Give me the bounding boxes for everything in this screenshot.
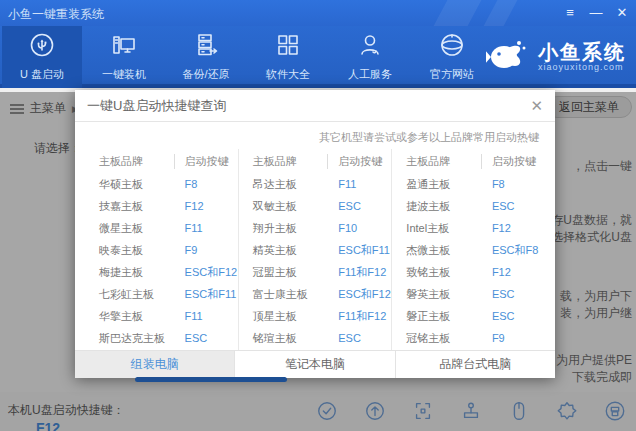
table-row: 梅捷主板ESC和F12 [85, 261, 238, 283]
brand-cell: 精英主板 [239, 243, 328, 258]
brand-name: 小鱼系统 [538, 41, 626, 63]
brand-cell: 翔升主板 [239, 221, 328, 236]
app-title: 小鱼一键重装系统 [8, 6, 104, 23]
boot-key-cell[interactable]: F12 [174, 200, 238, 212]
boot-key-cell[interactable]: ESC [481, 310, 545, 322]
brand-cell: 斯巴达克主板 [85, 331, 174, 346]
toolbar-item-label: 一键装机 [102, 67, 146, 82]
boot-key-cell[interactable]: ESC和F12 [327, 287, 391, 302]
boot-key-cell[interactable]: ESC和F11 [327, 243, 391, 258]
table-row: 双敏主板ESC [239, 195, 392, 217]
titlebar: 小鱼一键重装系统 ≡ — ✕ [0, 0, 636, 26]
brand-cell: 捷波主板 [392, 199, 481, 214]
boot-key-cell[interactable]: F12 [481, 222, 545, 234]
brand-cell: 铭瑄主板 [239, 331, 328, 346]
table-row: 冠盟主板F11和F12 [239, 261, 392, 283]
titlebar-decor-stripe [478, 0, 521, 26]
brand-cell: Intel主板 [392, 221, 481, 236]
brand-cell: 致铭主板 [392, 265, 481, 280]
table-row: 映泰主板F9 [85, 239, 238, 261]
table-row: 翔升主板F10 [239, 217, 392, 239]
toolbar-item-website[interactable]: 官方网站 [412, 26, 492, 88]
table-row: 技嘉主板F12 [85, 195, 238, 217]
col-header-brand: 主板品牌 [85, 154, 174, 169]
tab-laptop[interactable]: 笔记本电脑 [234, 351, 394, 378]
window-controls: ≡ — ✕ [562, 0, 630, 26]
table-row: 杰微主板ESC和F8 [392, 239, 545, 261]
table-row: 顶星主板F11和F12 [239, 305, 392, 327]
brand-cell: 双敏主板 [239, 199, 328, 214]
toolbar-item-label: U 盘启动 [20, 67, 64, 82]
table-row: 斯巴达克主板ESC [85, 327, 238, 349]
dialog-tabs: 组装电脑笔记本电脑品牌台式电脑 [75, 350, 555, 378]
boot-key-cell[interactable]: F8 [481, 178, 545, 190]
table-row: 盈通主板F8 [392, 173, 545, 195]
toolbar-item-pc[interactable]: 一键装机 [84, 26, 164, 88]
boot-key-cell[interactable]: F10 [327, 222, 391, 234]
usb-icon [29, 32, 55, 62]
close-icon[interactable]: ✕ [614, 5, 630, 21]
toolbar-items: U 盘启动一键装机备份/还原软件大全人工服务官方网站 [0, 26, 492, 84]
brand-cell: 盈通主板 [392, 177, 481, 192]
backup-icon [193, 32, 219, 62]
brand-cell: 梅捷主板 [85, 265, 174, 280]
fish-logo-icon [486, 35, 530, 79]
table-row: 昂达主板F11 [239, 173, 392, 195]
brand-cell: 华硕主板 [85, 177, 174, 192]
tab-assembled-pc[interactable]: 组装电脑 [75, 351, 234, 378]
table-row: 华硕主板F8 [85, 173, 238, 195]
boot-key-cell[interactable]: F11 [174, 222, 238, 234]
boot-key-cell[interactable]: F9 [174, 244, 238, 256]
table-row: 铭瑄主板ESC [239, 327, 392, 349]
brand-cell: 顶星主板 [239, 309, 328, 324]
col-header-key: 启动按键 [327, 154, 391, 169]
toolbar-item-apps[interactable]: 软件大全 [248, 26, 328, 88]
toolbar-item-label: 官方网站 [430, 67, 474, 82]
dialog-close-icon[interactable]: ✕ [530, 98, 543, 113]
boot-key-cell[interactable]: F11 [174, 310, 238, 322]
toolbar-item-service[interactable]: 人工服务 [330, 26, 410, 88]
brand-cell: 富士康主板 [239, 287, 328, 302]
minimize-icon[interactable]: — [588, 5, 604, 21]
brand-cell: 磐正主板 [392, 309, 481, 324]
table-header-row: 主板品牌启动按键 [85, 149, 238, 173]
table-row: Intel主板F12 [392, 217, 545, 239]
col-header-brand: 主板品牌 [239, 154, 328, 169]
table-row: 冠铭主板F9 [392, 327, 545, 349]
menu-icon[interactable]: ≡ [562, 5, 578, 21]
boot-key-cell[interactable]: ESC [174, 332, 238, 344]
boot-key-cell[interactable]: ESC和F12 [174, 265, 238, 280]
boot-key-cell[interactable]: ESC [327, 332, 391, 344]
hotkey-column-group: 主板品牌启动按键盈通主板F8捷波主板ESCIntel主板F12杰微主板ESC和F… [391, 149, 545, 350]
boot-key-cell[interactable]: ESC [481, 288, 545, 300]
table-row: 捷波主板ESC [392, 195, 545, 217]
table-row: 磐正主板ESC [392, 305, 545, 327]
titlebar-decor-stripe [428, 0, 485, 26]
website-icon [439, 32, 465, 62]
table-row: 富士康主板ESC和F12 [239, 283, 392, 305]
main-toolbar: U 盘启动一键装机备份/还原软件大全人工服务官方网站 小鱼系统 xiaoyuxi… [0, 26, 636, 88]
boot-key-cell[interactable]: F12 [481, 266, 545, 278]
col-header-key: 启动按键 [174, 154, 238, 169]
boot-key-cell[interactable]: F8 [174, 178, 238, 190]
boot-key-cell[interactable]: ESC和F11 [174, 287, 238, 302]
boot-key-cell[interactable]: F9 [481, 332, 545, 344]
toolbar-item-label: 人工服务 [348, 67, 392, 82]
pc-icon [111, 32, 137, 62]
boot-key-cell[interactable]: ESC和F8 [481, 243, 545, 258]
brand-cell: 华擎主板 [85, 309, 174, 324]
table-row: 致铭主板F12 [392, 261, 545, 283]
toolbar-item-usb[interactable]: U 盘启动 [2, 26, 82, 88]
toolbar-item-label: 软件大全 [266, 67, 310, 82]
tab-brand-desktop[interactable]: 品牌台式电脑 [395, 351, 555, 378]
boot-key-cell[interactable]: F11 [327, 178, 391, 190]
horizontal-scrollbar-thumb[interactable] [135, 377, 287, 382]
boot-key-cell[interactable]: ESC [327, 200, 391, 212]
boot-key-cell[interactable]: ESC [481, 200, 545, 212]
service-icon [357, 32, 383, 62]
boot-key-cell[interactable]: F11和F12 [327, 265, 391, 280]
boot-key-cell[interactable]: F11和F12 [327, 309, 391, 324]
apps-icon [275, 32, 301, 62]
brand-cell: 微星主板 [85, 221, 174, 236]
toolbar-item-backup[interactable]: 备份/还原 [166, 26, 246, 88]
